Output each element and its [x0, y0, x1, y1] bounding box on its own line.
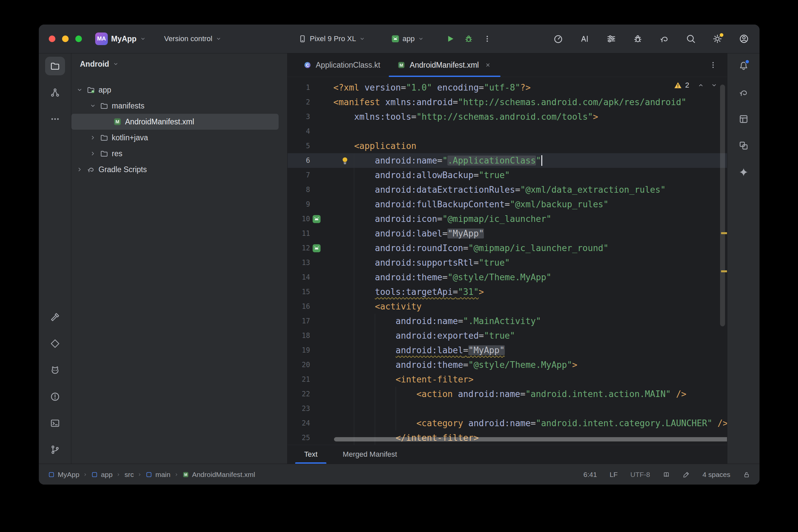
breadcrumb-main[interactable]: main	[146, 471, 170, 479]
search-everywhere-button[interactable]	[683, 31, 699, 46]
line-number[interactable]: 15	[288, 285, 310, 299]
run-button[interactable]	[443, 32, 457, 46]
code-line[interactable]: 11 android:label="MyApp"	[288, 226, 727, 241]
ai-assistant-button[interactable]	[577, 31, 592, 46]
line-number[interactable]: 21	[288, 372, 310, 387]
line-number[interactable]: 2	[288, 95, 310, 110]
line-number[interactable]: 4	[288, 124, 310, 139]
code-line[interactable]: 21 <intent-filter>	[288, 372, 727, 387]
line-number[interactable]: 18	[288, 328, 310, 343]
version-control-tool-button[interactable]	[45, 440, 65, 459]
run-configuration-selector[interactable]: app	[388, 33, 428, 45]
tree-item-kotlin-java[interactable]: kotlin+java	[71, 130, 279, 146]
vertical-scrollbar[interactable]	[720, 84, 725, 326]
code-line[interactable]: 22 <action android:name="android.intent.…	[288, 387, 727, 401]
code-line[interactable]: 8 android:dataExtractionRules="@xml/data…	[288, 183, 727, 197]
editor[interactable]: 1<?xml version="1.0" encoding="utf-8"?>2…	[288, 77, 727, 445]
more-tool-windows-tool-button[interactable]	[45, 110, 65, 128]
line-number[interactable]: 20	[288, 358, 310, 372]
project-tool-button[interactable]	[45, 57, 65, 75]
chevron-right-icon[interactable]	[76, 166, 83, 173]
line-number[interactable]: 22	[288, 387, 310, 401]
line-number[interactable]: 24	[288, 416, 310, 431]
code-line[interactable]: 9 android:fullBackupContent="@xml/backup…	[288, 197, 727, 212]
code-line[interactable]: 23	[288, 401, 727, 416]
terminal-tool-button[interactable]	[45, 414, 65, 433]
code-line[interactable]: 16 <activity	[288, 299, 727, 314]
build-tool-button[interactable]	[45, 308, 65, 326]
code-line[interactable]: 4	[288, 124, 727, 139]
caret-position[interactable]: 6:41	[584, 471, 597, 479]
code-line[interactable]: 19 android:label="MyApp"	[288, 343, 727, 358]
line-number[interactable]: 14	[288, 270, 310, 285]
chevron-right-icon[interactable]	[89, 150, 96, 157]
line-number[interactable]: 5	[288, 139, 310, 153]
build-variants-tool-button[interactable]	[734, 136, 754, 155]
line-number[interactable]: 10	[288, 212, 310, 226]
app-inspection-button[interactable]	[630, 31, 645, 46]
chevron-down-icon[interactable]	[112, 61, 119, 67]
code-line[interactable]: 5 <application	[288, 139, 727, 153]
breadcrumb-myapp[interactable]: MyApp	[48, 471, 79, 479]
chevron-down-icon[interactable]	[76, 86, 83, 94]
line-number[interactable]: 3	[288, 110, 310, 124]
app-quality-insights-tool-button[interactable]	[45, 334, 65, 353]
breadcrumb-src[interactable]: src	[125, 471, 134, 479]
gradle-sync-button[interactable]	[657, 31, 672, 46]
profiler-button[interactable]	[551, 31, 566, 46]
reader-mode-button[interactable]	[663, 471, 670, 478]
file-lock-button[interactable]	[743, 471, 750, 478]
line-number[interactable]: 7	[288, 168, 310, 183]
warning-stripe-mark[interactable]	[721, 270, 727, 272]
device-manager-tool-button[interactable]	[734, 110, 754, 128]
chevron-right-icon[interactable]	[89, 134, 96, 141]
view-tab-text[interactable]: Text	[295, 445, 326, 464]
code-line[interactable]: 7 android:allowBackup="true"	[288, 168, 727, 183]
breadcrumb-app[interactable]: app	[91, 471, 112, 479]
tree-item-app[interactable]: app	[71, 82, 279, 98]
launcher-icon-preview[interactable]	[312, 244, 321, 253]
code-line[interactable]: 10 android:icon="@mipmap/ic_launcher"	[288, 212, 727, 226]
line-number[interactable]: 6	[288, 153, 310, 168]
profile-button[interactable]	[736, 31, 752, 46]
project-switcher[interactable]: MyApp	[108, 33, 150, 45]
code-line[interactable]: 18 android:exported="true"	[288, 328, 727, 343]
line-number[interactable]: 12	[288, 241, 310, 255]
horizontal-scrollbar[interactable]	[334, 437, 727, 441]
indent-config[interactable]: 4 spaces	[702, 471, 730, 479]
tree-item-gradle-scripts[interactable]: Gradle Scripts	[71, 162, 279, 177]
line-number[interactable]: 1	[288, 80, 310, 95]
view-tab-merged-manifest[interactable]: Merged Manifest	[334, 445, 406, 464]
breadcrumb-androidmanifest-xml[interactable]: MAndroidManifest.xml	[183, 471, 255, 479]
line-number[interactable]: 8	[288, 183, 310, 197]
line-number[interactable]: 17	[288, 314, 310, 328]
chevron-down-icon[interactable]	[89, 102, 96, 110]
settings-button[interactable]	[710, 31, 725, 46]
highlighting-level-button[interactable]	[683, 471, 690, 478]
inspection-widget[interactable]: 2	[674, 80, 719, 90]
tree-item-res[interactable]: res	[71, 146, 279, 162]
more-run-options-button[interactable]	[480, 32, 495, 46]
launcher-icon-preview[interactable]	[312, 214, 321, 224]
project-panel-header[interactable]: Android	[71, 53, 287, 75]
close-tab-button[interactable]	[484, 61, 492, 69]
tab-applicationclass-kt[interactable]: CApplicationClass.kt	[295, 53, 389, 77]
code-line[interactable]: 14 android:theme="@style/Theme.MyApp"	[288, 270, 727, 285]
zoom-window-button[interactable]	[75, 36, 82, 42]
warning-stripe-mark[interactable]	[721, 232, 727, 234]
line-number[interactable]: 23	[288, 401, 310, 416]
tab-options-button[interactable]	[706, 58, 720, 72]
version-control-menu[interactable]: Version control	[161, 33, 226, 45]
display-settings-button[interactable]	[604, 31, 619, 46]
code-line[interactable]: 3 xmlns:tools="http://schemas.android.co…	[288, 110, 727, 124]
line-number[interactable]: 19	[288, 343, 310, 358]
line-number[interactable]: 13	[288, 255, 310, 270]
notifications-tool-button[interactable]	[734, 57, 754, 75]
structure-tool-button[interactable]	[45, 83, 65, 102]
problems-tool-button[interactable]	[45, 387, 65, 406]
line-number[interactable]: 16	[288, 299, 310, 314]
tree-item-manifests[interactable]: manifests	[71, 98, 279, 114]
code-line[interactable]: 13 android:supportsRtl="true"	[288, 255, 727, 270]
tab-androidmanifest-xml[interactable]: MAndroidManifest.xml	[389, 53, 500, 77]
prev-problem-button[interactable]	[696, 80, 706, 90]
